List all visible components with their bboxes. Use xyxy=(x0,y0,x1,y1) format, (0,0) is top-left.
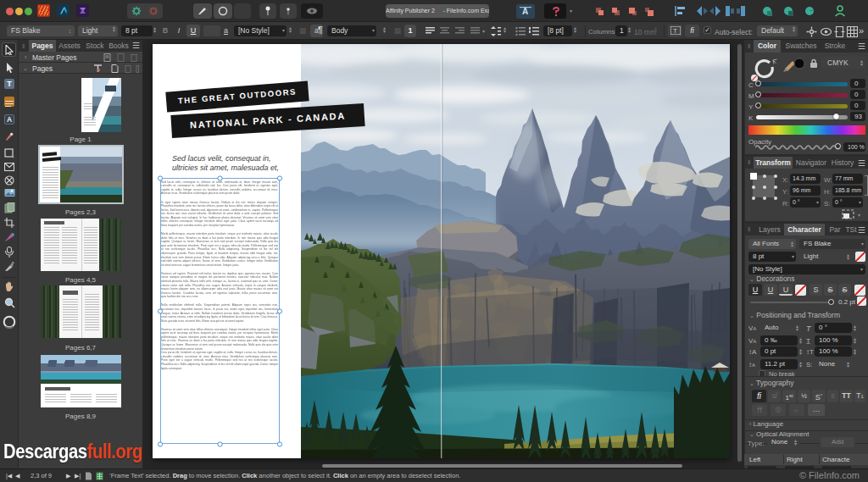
svg-text:A: A xyxy=(522,7,528,16)
svg-text:T: T xyxy=(673,27,677,35)
